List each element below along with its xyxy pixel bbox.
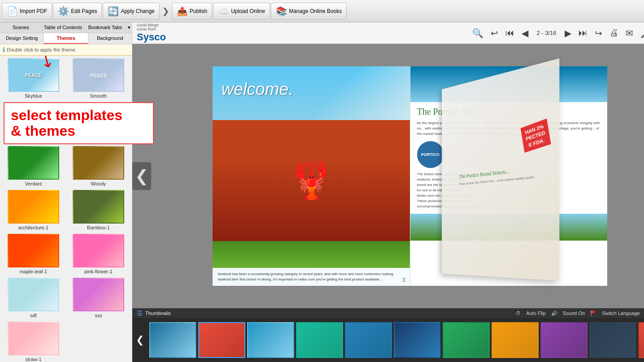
toolbar-chevron[interactable]: ❯ [161,6,171,16]
theme-maple[interactable]: maple-leaf-1 [3,234,64,274]
tab-scenes[interactable]: Scenes [0,22,42,33]
theme-thumb-bamboo[interactable] [73,190,124,224]
rotate-left-button[interactable]: ↩ [489,27,500,39]
theme-label-straw: straw-1 [25,357,41,362]
tab-bookmark[interactable]: Bookmark Tabs [84,22,126,33]
thumb-item-2[interactable] [198,322,245,358]
theme-thumb-pink[interactable] [73,234,124,267]
sound-on-label[interactable]: Sound On [563,310,585,316]
edit-pages-label: Edit Pages [71,8,97,14]
viewer-controls: 🔍 ↩ ⏮ ◀ 2 - 3/16 ▶ ⏭ ↪ 🖨 ✉ 🔎 ⛶ T [470,26,644,40]
tab-toc[interactable]: Table of Contents [42,22,84,33]
red-stamp: HAN 2% PECTED E FDA. [519,117,552,154]
thumb-item-10[interactable] [589,322,636,358]
import-pdf-button[interactable]: 📄 Import PDF [2,3,52,20]
theme-thumb-arch[interactable] [8,190,59,224]
theme-verdant[interactable]: Verdant [3,146,64,186]
thumbs-header: ☰ Thumbnails ⏱ Auto Flip 🔊 Sound On 🚩 Sw… [132,308,644,318]
publish-button[interactable]: 📤 Publish [172,3,212,20]
theme-pink[interactable]: pink-flower-1 [68,234,129,274]
first-page-button[interactable]: ⏮ [504,27,516,39]
pdf-icon: 📄 [7,6,18,17]
theme-thumb-verdant[interactable] [8,146,59,180]
thumb-item-5[interactable] [345,322,392,358]
page-number-left: 3 [402,277,405,283]
theme-label-verdant: Verdant [25,181,42,186]
theme-skyblue[interactable]: PEACE Skyblue [3,58,64,99]
theme-arch[interactable]: architecture-1 [3,190,64,230]
thumb-item-8[interactable] [492,322,539,358]
tabs-row2: Design Setting Themes Background [0,33,132,44]
tab-background[interactable]: Background [88,33,132,44]
publish-icon: 📤 [177,6,188,17]
toolbar: 📄 Import PDF ⚙️ Edit Pages 🔄 Apply Chang… [0,0,644,22]
flag-icon: 🚩 [590,310,596,316]
rotate-right-button[interactable]: ↪ [593,27,604,39]
search-button[interactable]: 🔎 [639,27,644,39]
page-left-content: welcome. 🦞 Seafood has been a consistent… [213,66,410,286]
thumbs-prev-button[interactable]: ❮ [132,334,148,346]
edit-pages-button[interactable]: ⚙️ Edit Pages [53,3,102,20]
tab-themes[interactable]: Themes [44,33,88,44]
theme-label-pink: pink-flower-1 [84,269,113,274]
theme-bamboo[interactable]: Bamboo-1 [68,190,129,230]
print-button[interactable]: 🖨 [608,27,620,39]
main-area: Scenes Table of Contents Bookmark Tabs ▾… [0,22,644,362]
upload-online-label: Upload Online [231,8,265,14]
theme-thumb-smooth[interactable]: PEACE [73,58,124,92]
theme-thumb-straw[interactable] [8,322,59,355]
switch-language-label[interactable]: Switch Language [602,310,640,316]
thumbs-scroll-area: ❮ [132,318,644,362]
prev-page-button[interactable]: ◀ [520,27,530,39]
theme-label-woody: Woody [91,181,106,186]
thumb-item-1[interactable] [149,322,196,358]
sound-icon: 🔊 [551,310,557,316]
theme-label-smooth: Smooth [90,93,107,99]
theme-thumb-woody[interactable] [73,146,124,180]
zoom-in-button[interactable]: 🔍 [470,27,485,39]
caption-text: Seafood has been a consistently growing … [218,272,393,281]
thumbs-list [148,322,644,358]
theme-sdf[interactable]: sdf [3,278,64,318]
import-pdf-label: Import PDF [20,8,47,14]
thumb-item-4[interactable] [296,322,343,358]
logo: Good things come from Sysco [137,24,166,42]
info-bar: ℹ Double click to apply the theme. [0,44,132,56]
tab-design-setting[interactable]: Design Setting [0,33,44,44]
theme-straw[interactable]: straw-1 [3,322,64,362]
upload-online-button[interactable]: ☁️ Upload Online [213,3,270,20]
flipping-page: The Portico Brand Structu... These brand… [442,58,559,281]
theme-thumb-sdf[interactable] [8,278,59,311]
theme-woody[interactable]: Woody [68,146,129,186]
theme-label-bamboo: Bamboo-1 [87,225,110,230]
thumb-item-3[interactable] [247,322,294,358]
theme-thumb-sss[interactable] [73,278,124,311]
auto-flip-icon: ⏱ [516,310,521,316]
publish-label: Publish [190,8,207,14]
book-spread: welcome. 🦞 Seafood has been a consistent… [213,66,607,286]
thumbs-controls: ⏱ Auto Flip 🔊 Sound On 🚩 Switch Language… [516,310,644,316]
next-page-button[interactable]: ▶ [563,27,573,39]
thumb-item-11[interactable] [638,322,644,358]
theme-thumb-maple[interactable] [8,234,59,267]
seafood-image: 🦞 [213,120,410,241]
theme-sss[interactable]: sss [68,278,129,318]
theme-scroll-area[interactable]: PEACE Skyblue PEACE Smooth Forbes Forbes [0,56,132,362]
prev-page-arrow[interactable]: ❮ [132,162,151,190]
edit-icon: ⚙️ [58,6,69,17]
last-page-button[interactable]: ⏭ [577,27,589,39]
thumb-item-6[interactable] [394,322,441,358]
manage-online-button[interactable]: 📚 Manage Online Books [271,3,347,20]
auto-flip-label[interactable]: Auto Flip [526,310,545,316]
thumbs-icon: ☰ [137,310,143,317]
theme-label-maple: maple-leaf-1 [20,269,47,274]
thumb-item-7[interactable] [443,322,490,358]
info-text: Double click to apply the theme. [7,47,77,52]
theme-label-sss: sss [95,313,102,318]
email-button[interactable]: ✉ [624,27,635,39]
thumb-item-9[interactable] [540,322,587,358]
theme-smooth[interactable]: PEACE Smooth [68,58,129,99]
apply-change-button[interactable]: 🔄 Apply Change [103,3,159,20]
seafood-caption: Seafood has been a consistently growing … [213,268,410,286]
tabs-more-arrow[interactable]: ▾ [126,22,132,33]
